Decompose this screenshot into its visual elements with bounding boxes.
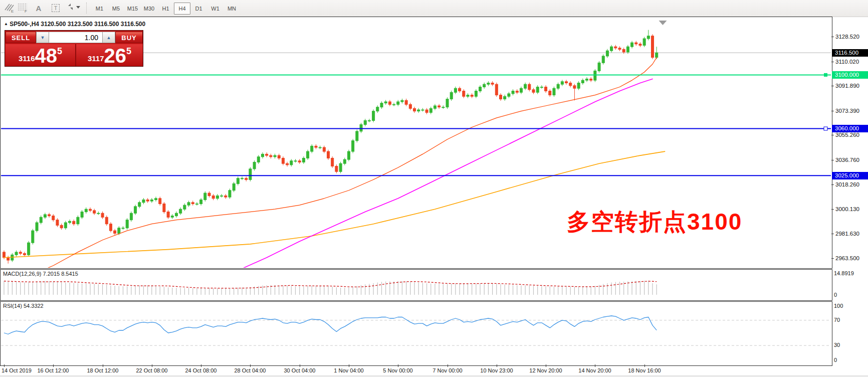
time-tick-label: 24 Oct 08:00 <box>185 367 217 373</box>
time-tick-label: 30 Oct 04:00 <box>284 367 316 373</box>
time-tick <box>250 364 251 367</box>
price-tick-dash <box>831 135 834 135</box>
svg-text:E: E <box>11 9 14 13</box>
buy-button[interactable]: BUY <box>115 32 143 43</box>
text-box-icon[interactable]: T <box>49 2 62 14</box>
price-tick-label: 3055.260 <box>835 131 859 138</box>
volume-input[interactable] <box>49 32 102 43</box>
bid-prefix: 3116 <box>19 54 35 66</box>
price-tick-label: 3018.260 <box>835 181 859 188</box>
macd-axis-label: 0 <box>834 292 837 298</box>
time-tick <box>546 364 546 367</box>
time-tick-label: 12 Nov 20:00 <box>529 367 562 373</box>
time-tick <box>595 364 595 367</box>
volume-increase-button[interactable]: ▲ <box>102 32 115 43</box>
time-tick <box>300 364 300 367</box>
time-tick-label: 5 Nov 00:00 <box>383 367 412 373</box>
sell-button[interactable]: SELL <box>6 32 36 43</box>
time-tick-label: 14 Nov 20:00 <box>578 367 611 373</box>
price-tick-dash <box>831 258 834 259</box>
time-tick-label: 22 Oct 08:00 <box>136 367 168 373</box>
chart-title: ▲ SP500-,H4 3120.500 3123.500 3116.500 3… <box>4 21 145 28</box>
fibonacci-grid-f-icon[interactable]: F <box>17 2 30 14</box>
price-tick-label: 2963.500 <box>835 255 859 262</box>
price-tick-dash <box>831 86 834 86</box>
price-tick-dash <box>831 209 834 210</box>
svg-text:F: F <box>25 9 27 13</box>
ask-quote[interactable]: 3117265 <box>76 44 143 66</box>
price-tick-label: 2981.630 <box>835 230 859 237</box>
rsi-axis-label: 100 <box>834 303 843 309</box>
rsi-axis-label: 70 <box>834 317 840 323</box>
rsi-axis-label: 0 <box>834 357 837 363</box>
timeframe-button-m15[interactable]: M15 <box>124 3 141 15</box>
time-tick <box>398 364 398 367</box>
timeframe-button-w1[interactable]: W1 <box>207 3 224 15</box>
price-tick-label: 3128.520 <box>835 33 859 40</box>
ask-big: 26 <box>104 46 127 66</box>
time-tick-label: 14 Oct 2019 <box>2 367 32 373</box>
level-price-label: 3100.000 <box>832 71 868 79</box>
current-price-label: 3116.500 <box>832 49 868 57</box>
price-tick-dash <box>831 184 834 185</box>
time-tick <box>103 364 103 367</box>
bid-big: 48 <box>35 46 58 66</box>
macd-values: 7.2015 8.5415 <box>43 271 78 277</box>
price-tick-dash <box>831 62 834 62</box>
macd-label: MACD(12,26,9) 7.2015 8.5415 <box>3 271 78 277</box>
ask-prefix: 3117 <box>88 54 104 66</box>
chart-annotation-text: 多空转折点3100 <box>567 207 742 238</box>
toolbar-separator <box>86 3 87 14</box>
timeframe-button-m1[interactable]: M1 <box>91 3 108 15</box>
volume-decrease-button[interactable]: ▼ <box>36 32 49 43</box>
macd-canvas <box>0 269 831 300</box>
time-tick <box>349 364 349 367</box>
price-tick-label: 3110.020 <box>835 58 859 65</box>
indicator-lines-e-icon[interactable]: E <box>3 2 16 14</box>
time-tick-label: 1 Nov 04:00 <box>334 367 363 373</box>
text-box-glyph: T <box>52 4 60 12</box>
price-tick-dash <box>831 234 834 234</box>
timeframe-button-d1[interactable]: D1 <box>190 3 207 15</box>
arrows-dropdown-icon[interactable] <box>65 2 83 14</box>
toolbar: E F A T M1M5M15M30H1H4D1W1MN <box>0 0 868 17</box>
time-tick <box>4 364 5 367</box>
time-tick <box>53 364 54 367</box>
price-tick-dash <box>831 160 834 160</box>
bid-sup: 5 <box>57 44 62 57</box>
one-click-trade-panel: SELL ▼ ▲ BUY 3116485 3117265 <box>5 30 143 67</box>
text-label-icon[interactable]: A <box>32 2 45 14</box>
level-price-label: 3060.000 <box>832 125 868 132</box>
time-tick-label: 18 Oct 12:00 <box>87 367 119 373</box>
time-tick-label: 7 Nov 00:00 <box>432 367 462 373</box>
price-tick-label: 3091.890 <box>835 82 859 89</box>
timeframe-button-h4[interactable]: H4 <box>174 3 190 15</box>
macd-axis-label: 14.8919 <box>834 270 854 276</box>
price-tick-label: 3000.130 <box>835 206 859 213</box>
rsi-axis-label: 30 <box>834 342 840 348</box>
level-price-label: 3025.000 <box>832 172 868 179</box>
timeframe-button-mn[interactable]: MN <box>224 3 240 15</box>
bid-quote[interactable]: 3116485 <box>6 44 76 66</box>
rsi-canvas <box>0 301 831 365</box>
chart-symbol: SP500-,H4 <box>10 21 39 28</box>
rsi-label: RSI(14) 54.3322 <box>3 303 44 309</box>
collapse-icon[interactable]: ▲ <box>4 22 8 26</box>
price-tick-dash <box>831 111 834 111</box>
timeframe-button-m5[interactable]: M5 <box>108 3 124 15</box>
time-tick <box>201 364 201 367</box>
time-tick <box>497 364 497 367</box>
time-tick-label: 18 Nov 16:00 <box>628 367 661 373</box>
time-tick <box>448 364 448 367</box>
price-tick-dash <box>831 37 834 37</box>
rsi-name: RSI(14) <box>3 303 22 309</box>
price-tick-label: 3036.760 <box>835 156 859 163</box>
ask-sup: 5 <box>126 44 131 57</box>
time-tick-label: 16 Oct 12:00 <box>38 367 69 373</box>
time-tick-label: 28 Oct 04:00 <box>235 367 266 373</box>
time-tick-label: 10 Nov 23:00 <box>480 367 513 373</box>
chart-ohlc-quotes: 3120.500 3123.500 3116.500 3116.500 <box>41 21 145 28</box>
timeframe-button-h1[interactable]: H1 <box>157 3 174 15</box>
time-tick <box>644 364 645 367</box>
timeframe-button-m30[interactable]: M30 <box>141 3 157 15</box>
